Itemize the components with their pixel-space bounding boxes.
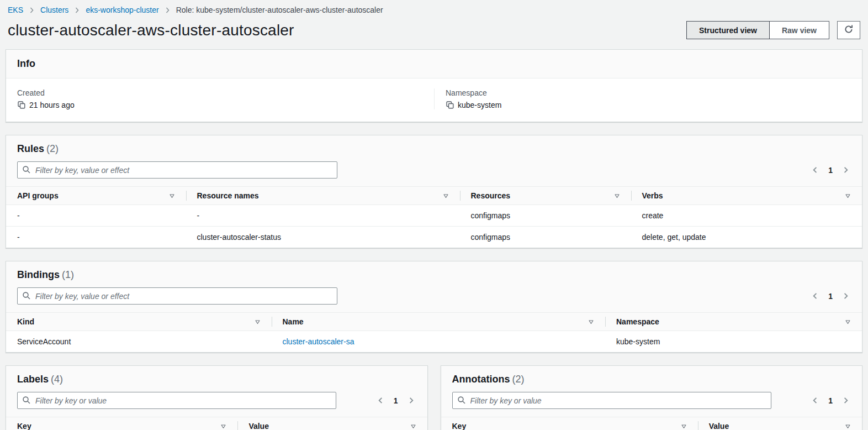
annotations-filter [452, 392, 771, 409]
bindings-table: Kind Name Namespace ServiceAccount clust… [6, 312, 862, 352]
search-icon [22, 396, 31, 406]
annotations-panel: Annotations (2) 1 [441, 365, 863, 430]
raw-view-button[interactable]: Raw view [769, 21, 829, 39]
column-header-key: Key [6, 417, 237, 430]
sort-icon[interactable] [588, 319, 594, 325]
column-header-resources: Resources [460, 187, 631, 205]
cell-verbs: create [631, 205, 862, 227]
table-header-row: Key Value [441, 417, 862, 430]
search-icon [457, 396, 466, 406]
cell-resources: configmaps [460, 205, 631, 227]
breadcrumb: EKS Clusters eks-workshop-cluster Role: … [0, 0, 868, 15]
namespace-value: kube-system [458, 101, 501, 109]
sort-icon[interactable] [845, 423, 851, 429]
rules-filter [17, 161, 337, 179]
table-row: - cluster-autoscaler-status configmaps d… [6, 227, 862, 248]
table-header-row: Kind Name Namespace [6, 313, 862, 331]
current-page[interactable]: 1 [826, 165, 835, 176]
cell-resource-names: cluster-autoscaler-status [186, 227, 460, 248]
breadcrumb-current-role: Role: kube-system/cluster-autoscaler-aws… [176, 6, 383, 14]
annotations-title: Annotations [452, 374, 510, 385]
previous-page-button[interactable] [810, 395, 821, 406]
previous-page-button[interactable] [375, 395, 386, 406]
header-actions: Structured view Raw view [686, 21, 860, 39]
annotations-table: Key Value [441, 417, 862, 430]
current-page[interactable]: 1 [391, 395, 400, 406]
labels-count: (4) [51, 374, 63, 385]
cell-api-groups: - [6, 205, 186, 227]
previous-page-button[interactable] [810, 165, 821, 175]
column-header-resource-names: Resource names [186, 187, 460, 205]
info-field-created: Created 21 hours ago [6, 88, 434, 109]
info-title: Info [17, 58, 35, 69]
service-account-link[interactable]: cluster-autoscaler-sa [283, 337, 354, 346]
sort-icon[interactable] [443, 193, 449, 199]
refresh-button[interactable] [837, 21, 860, 39]
column-header-verbs: Verbs [631, 187, 862, 205]
created-value: 21 hours ago [29, 101, 75, 109]
sort-icon[interactable] [410, 423, 416, 429]
cell-resource-names: - [186, 205, 460, 227]
column-header-value: Value [237, 417, 427, 430]
sort-icon[interactable] [614, 193, 620, 199]
next-page-button[interactable] [840, 395, 851, 406]
rules-filter-input[interactable] [17, 161, 337, 179]
cell-resources: configmaps [460, 227, 631, 248]
labels-table: Key Value [6, 417, 427, 430]
column-header-key: Key [441, 417, 698, 430]
rules-table: API groups Resource names Resources Verb… [6, 186, 862, 248]
current-page[interactable]: 1 [826, 291, 835, 302]
next-page-button[interactable] [406, 395, 416, 406]
info-panel-body: Created 21 hours ago Namespace [6, 78, 862, 122]
page-title: cluster-autoscaler-aws-cluster-autoscale… [8, 22, 294, 39]
copy-icon[interactable] [17, 101, 26, 109]
labels-title: Labels [17, 374, 49, 385]
bindings-pagination: 1 [810, 291, 851, 302]
search-icon [22, 291, 31, 302]
search-icon [22, 165, 31, 176]
chevron-right-icon [28, 7, 35, 14]
annotations-count: (2) [512, 374, 524, 385]
table-row: ServiceAccount cluster-autoscaler-sa kub… [6, 331, 862, 353]
chevron-right-icon [164, 7, 171, 14]
sort-icon[interactable] [220, 423, 226, 429]
annotations-pagination: 1 [810, 395, 851, 406]
labels-annotations-row: Labels (4) 1 [6, 365, 862, 430]
cell-verbs: delete, get, update [631, 227, 862, 248]
breadcrumb-link-cluster-name[interactable]: eks-workshop-cluster [86, 6, 158, 14]
bindings-title: Bindings [17, 269, 60, 280]
structured-view-button[interactable]: Structured view [686, 21, 770, 39]
bindings-panel: Bindings (1) 1 Kind Name Namespace [6, 261, 862, 353]
sort-icon[interactable] [255, 319, 261, 325]
info-panel-header: Info [6, 50, 862, 78]
previous-page-button[interactable] [810, 291, 821, 301]
namespace-label: Namespace [446, 88, 851, 97]
sort-icon[interactable] [681, 423, 687, 429]
rules-title: Rules [17, 143, 44, 154]
chevron-right-icon [73, 7, 81, 14]
info-field-namespace: Namespace kube-system [434, 88, 862, 109]
labels-panel: Labels (4) 1 [6, 365, 428, 430]
page-header: cluster-autoscaler-aws-cluster-autoscale… [0, 15, 868, 49]
copy-icon[interactable] [446, 101, 454, 109]
breadcrumb-link-clusters[interactable]: Clusters [40, 6, 68, 14]
bindings-filter-input[interactable] [17, 287, 337, 305]
rules-count: (2) [46, 143, 59, 154]
column-header-namespace: Namespace [605, 313, 862, 331]
sort-icon[interactable] [845, 319, 851, 325]
current-page[interactable]: 1 [826, 395, 835, 406]
sort-icon[interactable] [845, 193, 851, 199]
cell-namespace: kube-system [605, 331, 862, 353]
sort-icon[interactable] [169, 193, 175, 199]
created-label: Created [17, 88, 423, 97]
column-header-kind: Kind [6, 313, 272, 331]
labels-filter-input[interactable] [17, 392, 336, 409]
rules-pagination: 1 [810, 165, 851, 176]
next-page-button[interactable] [840, 165, 851, 175]
bindings-filter [17, 287, 337, 305]
rules-panel: Rules (2) 1 API groups Resource names Re [6, 135, 862, 248]
breadcrumb-link-eks[interactable]: EKS [8, 6, 23, 14]
next-page-button[interactable] [840, 291, 851, 301]
cell-kind: ServiceAccount [6, 331, 272, 353]
annotations-filter-input[interactable] [452, 392, 771, 409]
